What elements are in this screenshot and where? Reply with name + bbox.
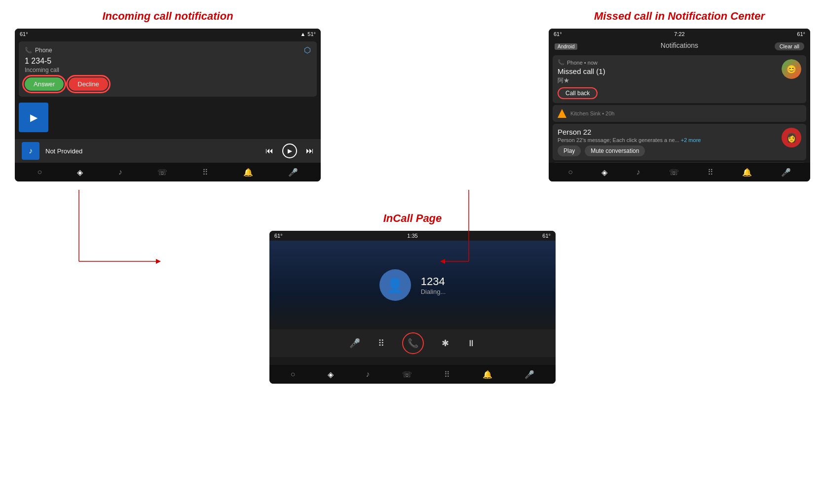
person22-msg: Person 22's message; Each click generate… — [558, 137, 701, 143]
call-back-button[interactable]: Call back — [558, 87, 598, 99]
nav-assistant-icon[interactable]: 🎤 — [288, 168, 298, 177]
contact-name: 1234 — [421, 275, 446, 288]
missed-nav-home-icon[interactable]: ○ — [568, 168, 573, 177]
contact-avatar: 👤 — [379, 269, 411, 301]
missed-call-section: Missed call in Notification Center 61° 7… — [549, 10, 810, 181]
end-call-button[interactable]: 📞 — [402, 332, 424, 354]
caller-avatar: 😊 — [782, 59, 801, 79]
incall-title: InCall Page — [269, 212, 556, 225]
missed-nav-music-icon[interactable]: ♪ — [636, 168, 640, 177]
phone-app-label: Phone • now — [567, 60, 598, 66]
incall-status-bar: 61° 1:35 61° — [269, 231, 556, 241]
phone-icon: 📞 — [25, 47, 32, 54]
missed-time: 7:22 — [674, 31, 684, 37]
decline-button[interactable]: Decline — [69, 77, 108, 91]
bluetooth-control-icon[interactable]: ✱ — [442, 338, 449, 349]
warning-icon — [558, 109, 566, 118]
status-temp-left: 61° — [20, 31, 28, 37]
mute-icon[interactable]: 🎤 — [349, 338, 360, 349]
person22-actions: Play Mute conversation — [558, 145, 701, 156]
incall-nav-music-icon[interactable]: ♪ — [366, 370, 370, 379]
incall-section: InCall Page 61° 1:35 61° 👤 1234 Dialing.… — [269, 212, 556, 384]
incall-nav-assistant-icon[interactable]: 🎤 — [525, 370, 534, 379]
kitchen-sink-item: Kitchen Sink • 20h — [558, 109, 801, 118]
notifications-panel-title: Notifications — [661, 41, 698, 49]
incall-screen: 61° 1:35 61° 👤 1234 Dialing... 🎤 ⠿ 📞 ✱ ⏸ — [269, 231, 556, 384]
play-icon: ▶ — [288, 147, 292, 154]
missed-nav-apps-icon[interactable]: ⠿ — [708, 168, 713, 177]
music-note-icon: ♪ — [29, 146, 33, 155]
incall-nav-phone-icon[interactable]: ☏ — [402, 370, 412, 379]
status-bar: 61° ▲ 51° — [15, 29, 321, 39]
music-controls: ⏮ ▶ ⏭ — [265, 144, 314, 158]
missed-temp-left: 61° — [554, 31, 562, 37]
incoming-call-notification-card: 📞 Phone ⬡ 1 234-5 Incoming call Answer D… — [19, 41, 317, 97]
missed-nav-notifications-icon[interactable]: 🔔 — [742, 168, 752, 177]
missed-status-bar: 61° 7:22 61° — [549, 29, 810, 39]
incall-bottom-navigation: ○ ◈ ♪ ☏ ⠿ 🔔 🎤 — [269, 365, 556, 384]
notif-header: 📞 Phone ⬡ — [25, 45, 311, 55]
plus-more: +2 more — [681, 137, 701, 143]
missed-nav-assistant-icon[interactable]: 🎤 — [781, 168, 791, 177]
keypad-icon[interactable]: ⠿ — [378, 338, 384, 349]
contact-info: 1234 Dialing... — [421, 275, 446, 295]
kitchen-sink-time: Kitchen Sink • 20h — [570, 110, 614, 116]
end-call-icon: 📞 — [408, 338, 418, 349]
missed-call-title: Missed call in Notification Center — [549, 10, 810, 23]
missed-call-notification-item: 📞 Phone • now Missed call (1) 阿★ Call ba… — [553, 55, 806, 103]
missed-bottom-navigation: ○ ◈ ♪ ☏ ⠿ 🔔 🎤 — [549, 163, 810, 181]
missed-call-content: 📞 Phone • now Missed call (1) 阿★ Call ba… — [558, 59, 605, 99]
incall-nav-apps-icon[interactable]: ⠿ — [444, 370, 450, 379]
svg-marker-2 — [156, 259, 161, 264]
answer-button[interactable]: Answer — [25, 77, 64, 91]
incoming-call-screen: 61° ▲ 51° 📞 Phone ⬡ 1 234-5 Incoming cal… — [15, 29, 321, 181]
incall-nav-notifications-icon[interactable]: 🔔 — [483, 370, 492, 379]
music-thumbnail: ♪ — [22, 142, 39, 160]
music-player-bar: ♪ Not Provided ⏮ ▶ ⏭ — [15, 139, 321, 163]
incoming-call-section: Incoming call notification 61° ▲ 51° 📞 P… — [15, 10, 321, 181]
incall-temp-right: 61° — [542, 233, 551, 239]
incall-nav-home-icon[interactable]: ○ — [291, 370, 296, 379]
missed-nav-phone-icon[interactable]: ☏ — [669, 168, 679, 177]
hold-icon[interactable]: ⏸ — [467, 338, 476, 349]
missed-call-sub: 阿★ — [558, 76, 605, 85]
nav-home-icon[interactable]: ○ — [38, 168, 42, 177]
nav-phone-icon[interactable]: ☏ — [157, 168, 167, 177]
call-type-label: Incoming call — [25, 67, 311, 73]
person22-notification: Person 22 Person 22's message; Each clic… — [553, 124, 806, 160]
person22-row: Person 22 Person 22's message; Each clic… — [558, 128, 801, 156]
play-button[interactable]: Play — [558, 145, 581, 156]
missed-nav-map-icon[interactable]: ◈ — [601, 168, 607, 177]
android-label: Android — [555, 43, 577, 50]
person-icon: 👤 — [386, 277, 404, 293]
nav-notifications-icon[interactable]: 🔔 — [243, 168, 253, 177]
incoming-call-title: Incoming call notification — [15, 10, 321, 23]
nav-music-icon[interactable]: ♪ — [118, 168, 122, 177]
nav-map-icon[interactable]: ◈ — [77, 168, 83, 177]
prev-track-icon[interactable]: ⏮ — [265, 146, 273, 155]
clear-all-button[interactable]: Clear all — [775, 42, 804, 50]
missed-call-screen: 61° 7:22 61° Android Notifications Clear… — [549, 29, 810, 181]
caller-number: 1 234-5 — [25, 57, 311, 66]
next-track-icon[interactable]: ⏭ — [306, 146, 314, 155]
play-pause-button[interactable]: ▶ — [282, 144, 297, 158]
mute-conversation-button[interactable]: Mute conversation — [585, 145, 645, 156]
incall-nav-map-icon[interactable]: ◈ — [328, 370, 334, 379]
incall-time: 1:35 — [407, 233, 417, 239]
bottom-navigation: ○ ◈ ♪ ☏ ⠿ 🔔 🎤 — [15, 163, 321, 181]
notification-panel-header: Android Notifications Clear all — [549, 39, 810, 53]
nav-apps-icon[interactable]: ⠿ — [202, 168, 208, 177]
thumbnail-icon: ▶ — [30, 111, 38, 123]
call-status-label: Dialing... — [421, 288, 446, 295]
content-area: ▶ — [15, 99, 321, 136]
person22-content: Person 22 Person 22's message; Each clic… — [558, 128, 701, 156]
person22-name: Person 22 — [558, 128, 701, 136]
missed-call-row: 📞 Phone • now Missed call (1) 阿★ Call ba… — [558, 59, 801, 99]
person22-avatar: 👩 — [782, 128, 801, 147]
app-name-label: Phone — [35, 47, 52, 54]
caller-avatar-image: 😊 — [782, 59, 801, 79]
missed-call-item-header: 📞 Phone • now — [558, 59, 605, 66]
incall-controls: 🎤 ⠿ 📞 ✱ ⏸ — [269, 329, 556, 357]
kitchen-sink-notification: Kitchen Sink • 20h — [553, 105, 806, 122]
status-temp-right: ▲ 51° — [300, 31, 316, 37]
